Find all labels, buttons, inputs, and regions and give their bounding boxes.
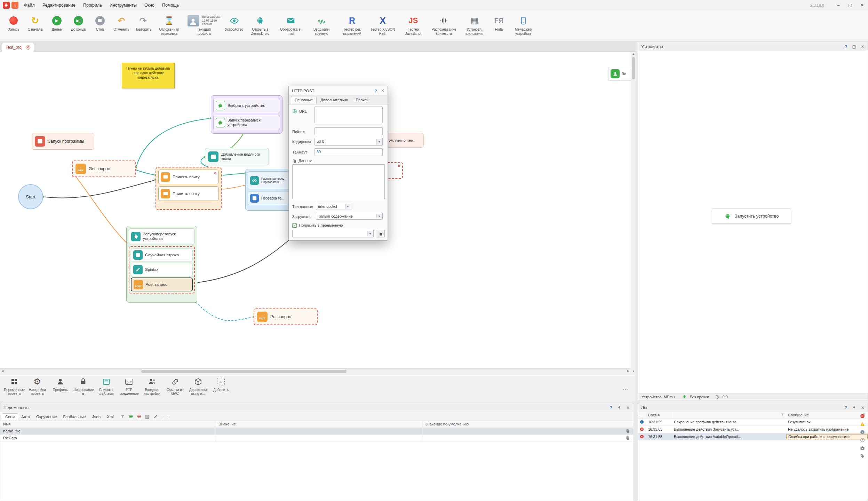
pin-icon[interactable] [617,406,621,410]
column-level[interactable]: ... [638,412,646,418]
column-time[interactable]: Время [646,412,672,418]
delete-icon[interactable]: ✕ [214,171,217,175]
block-check-text[interactable]: Проверка те... [248,191,293,205]
columns-icon[interactable]: ▥ [145,414,150,419]
current-profile-button[interactable]: Лена Сомова 19.07.1980 Россия Текущий пр… [184,13,223,36]
timeout-input[interactable]: 30 [314,148,383,156]
dock-gac-links[interactable]: Ссылки из GAC [164,376,186,396]
email-processing-button[interactable]: Обработка e-mail [276,13,306,36]
scroll-up-arrow[interactable]: ▲ [631,52,636,56]
filter-errors-icon[interactable] [860,414,865,418]
to-end-button[interactable]: ▶До конца [67,13,89,32]
minimize-button[interactable]: – [833,0,844,10]
device-manager-button[interactable]: Менеджер устройств [508,13,539,36]
next-button[interactable]: ▶Далее [46,13,67,32]
dock-file-list[interactable]: Список с файлами [95,376,118,396]
block-run-program[interactable]: Запуск программы [32,133,94,150]
context-recognition-button[interactable]: Распознавание контекста [429,13,459,36]
move-up-icon[interactable]: ↑ [168,414,170,419]
block-get-request[interactable]: ←GET Get запрос [72,161,136,177]
put-variable-checkbox[interactable]: x [292,223,297,228]
xpath-tester-button[interactable]: XТестер X/JSON Path [367,13,398,36]
menu-help[interactable]: Помощь [158,0,183,10]
move-down-icon[interactable]: ↓ [162,414,164,419]
block-watermark[interactable]: Добавление водяного знака [205,148,269,165]
scroll-left-arrow[interactable]: ◀ [0,369,5,374]
canvas-horizontal-scrollbar[interactable]: ◀ ▶ [0,368,631,374]
dialog-help-icon[interactable]: ? [375,89,377,93]
block-put-request[interactable]: →PUT Put запрос [254,308,318,325]
remove-variable-icon[interactable]: ⊖ [137,413,142,420]
pin-icon[interactable] [852,406,856,410]
add-variable-icon[interactable]: ⊕ [129,413,133,420]
scroll-down-arrow[interactable]: ▼ [631,369,636,374]
sticky-note[interactable]: Нужно не забыть добавить еще одно действ… [122,63,175,88]
help-icon[interactable]: ? [845,44,847,49]
close-icon[interactable]: ✕ [626,405,630,410]
tag-icon[interactable] [860,454,865,459]
dialog-tab-proxy[interactable]: Прокси [352,96,372,104]
copy-variable-button[interactable] [376,230,385,237]
block-receive-mail-2[interactable]: Принять почту [158,186,219,201]
home-icon[interactable]: ⌂ [11,2,18,9]
delete-icon[interactable]: ✕ [397,164,401,169]
block-post-request[interactable]: →POST Post запрос [131,277,193,291]
redo-button[interactable]: ↷Повторить [132,13,154,32]
dialog-tab-extra[interactable]: Дополнительно [317,96,352,104]
open-zennodroid-button[interactable]: Открыть в ZennoDroid [245,13,276,36]
undo-button[interactable]: ↶Отменить [111,13,132,32]
load-select[interactable]: Только содержание▼ [316,213,383,220]
menu-tools[interactable]: Инструменты [106,0,141,10]
record-button[interactable]: Запись [3,13,24,32]
log-row[interactable]: 16:33:03 Выполнение действия Запустить у… [638,426,868,433]
tab-test-proj[interactable]: Test_proj ✕ [2,43,34,52]
filter-info-icon[interactable] [860,430,865,435]
edit-icon[interactable] [153,414,158,419]
close-button[interactable]: ✕ [856,0,868,10]
column-message[interactable]: Сообщение [786,412,868,418]
dock-add[interactable]: +Добавить [209,376,232,392]
block-select-device[interactable]: Выбрать устройство [213,98,280,113]
block-recognize[interactable]: Распознав через CapMonster/C... [248,171,293,189]
scrollbar-thumb[interactable] [632,57,635,79]
regex-tester-button[interactable]: RТестер рег. выражений [337,13,367,36]
device-button[interactable]: Устройство [223,13,245,32]
mail-group[interactable]: Принять почту ✕ Принять почту [156,167,222,210]
filter-warnings-icon[interactable] [860,422,865,426]
flow-canvas[interactable]: Нужно не забыть добавить еще одно действ… [0,52,631,368]
scrollbar-thumb[interactable] [141,370,347,373]
log-row[interactable]: 16:31:55 Сохранение профиля действия id:… [638,418,868,426]
manual-captcha-button[interactable]: Ввод капч вручную [306,13,337,36]
block-spintax[interactable]: Spintax [131,263,193,276]
menu-edit[interactable]: Редактирование [39,0,79,10]
menu-profile[interactable]: Профиль [79,0,106,10]
dock-profile[interactable]: Профиль [49,376,72,392]
tab-global[interactable]: Глобальные [60,414,89,420]
canvas-vertical-scrollbar[interactable]: ▲ ▼ [631,52,636,374]
column-name[interactable]: Имя [0,421,216,428]
launch-device-button[interactable]: Запустить устройство [712,209,791,224]
block-partial-corner[interactable]: За [608,67,631,81]
restart-group[interactable]: Запуск/перезапуск устройства Случайная с… [126,226,197,303]
dock-using-directives[interactable]: Директивы using и... [186,376,209,396]
dialog-titlebar[interactable]: HTTP POST ? ✕ [289,86,388,95]
variable-row[interactable]: PicPath [0,435,633,442]
float-icon[interactable]: ▢ [852,44,856,49]
from-start-button[interactable]: ↻С начала [24,13,46,32]
tab-auto[interactable]: Авто [18,414,33,420]
url-input[interactable] [314,107,383,123]
copy-icon[interactable] [626,429,630,433]
recognize-group[interactable]: Распознав через CapMonster/C... Проверка… [245,169,295,211]
clock-icon[interactable] [860,438,865,443]
block-random-string[interactable]: Случайная строка [131,248,193,261]
http-post-dialog[interactable]: HTTP POST ? ✕ Основные Дополнительно Про… [288,86,388,241]
tab-environment[interactable]: Окружение [33,414,60,420]
installed-apps-button[interactable]: ▦Установл. приложения [459,13,490,36]
datatype-select[interactable]: urlencoded▼ [316,203,351,210]
dialog-tab-main[interactable]: Основные [291,96,317,104]
referer-input[interactable] [314,127,383,135]
column-value[interactable]: Значение [216,421,422,428]
column-default[interactable]: Значение по-умолчанию [422,421,633,428]
scroll-right-arrow[interactable]: ▶ [626,369,631,374]
tab-own[interactable]: Свои [2,413,18,420]
